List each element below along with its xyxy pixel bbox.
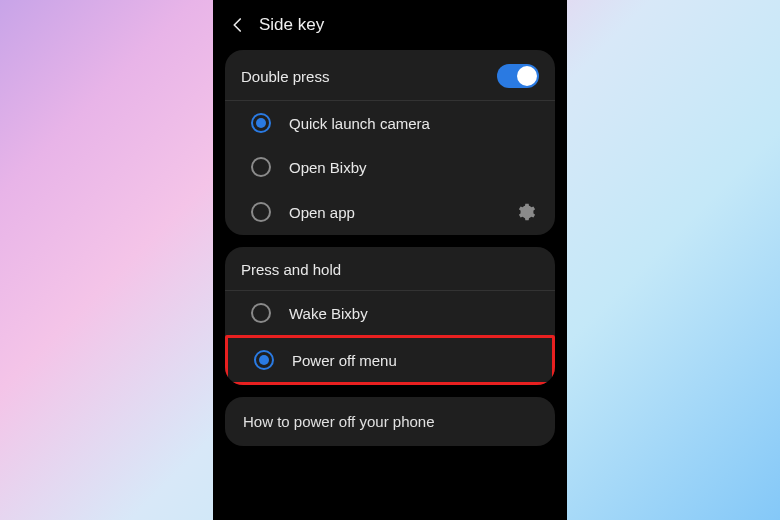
press-hold-card: Press and hold Wake Bixby Power off menu (225, 247, 555, 385)
option-label: Power off menu (292, 352, 534, 369)
toggle-knob (517, 66, 537, 86)
option-open-app[interactable]: Open app (225, 189, 555, 235)
page-title: Side key (259, 15, 324, 35)
radio-open-app[interactable] (251, 202, 271, 222)
radio-wake-bixby[interactable] (251, 303, 271, 323)
press-hold-header: Press and hold (225, 247, 555, 291)
phone-screen: Side key Double press Quick launch camer… (213, 0, 567, 520)
option-label: Wake Bixby (289, 305, 537, 322)
option-power-off-menu[interactable]: Power off menu (225, 335, 555, 385)
press-hold-title: Press and hold (241, 261, 341, 278)
chevron-left-icon (229, 16, 247, 34)
option-wake-bixby[interactable]: Wake Bixby (225, 291, 555, 335)
option-label: Quick launch camera (289, 115, 537, 132)
double-press-header: Double press (225, 50, 555, 101)
option-label: Open app (289, 204, 497, 221)
double-press-toggle[interactable] (497, 64, 539, 88)
option-quick-launch-camera[interactable]: Quick launch camera (225, 101, 555, 145)
back-button[interactable] (227, 14, 249, 36)
how-to-power-off-link[interactable]: How to power off your phone (225, 397, 555, 446)
option-open-bixby[interactable]: Open Bixby (225, 145, 555, 189)
radio-power-off-menu[interactable] (254, 350, 274, 370)
double-press-card: Double press Quick launch camera Open Bi… (225, 50, 555, 235)
double-press-title: Double press (241, 68, 329, 85)
radio-open-bixby[interactable] (251, 157, 271, 177)
open-app-settings-button[interactable] (515, 201, 537, 223)
radio-quick-launch-camera[interactable] (251, 113, 271, 133)
option-label: Open Bixby (289, 159, 537, 176)
info-label: How to power off your phone (243, 413, 435, 430)
gear-icon (516, 202, 536, 222)
app-header: Side key (213, 6, 567, 50)
